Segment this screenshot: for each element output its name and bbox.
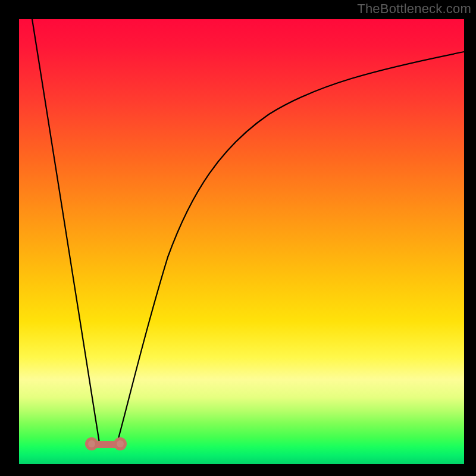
watermark-label: TheBottleneck.com <box>357 1 471 17</box>
minimum-marker-right-inner <box>117 440 124 447</box>
curve-left-segment <box>32 19 99 443</box>
minimum-marker-left-inner <box>88 440 95 447</box>
bottleneck-curve <box>19 19 464 464</box>
plot-area <box>19 19 464 464</box>
curve-right-segment <box>117 52 464 443</box>
chart-frame: TheBottleneck.com <box>0 0 476 476</box>
